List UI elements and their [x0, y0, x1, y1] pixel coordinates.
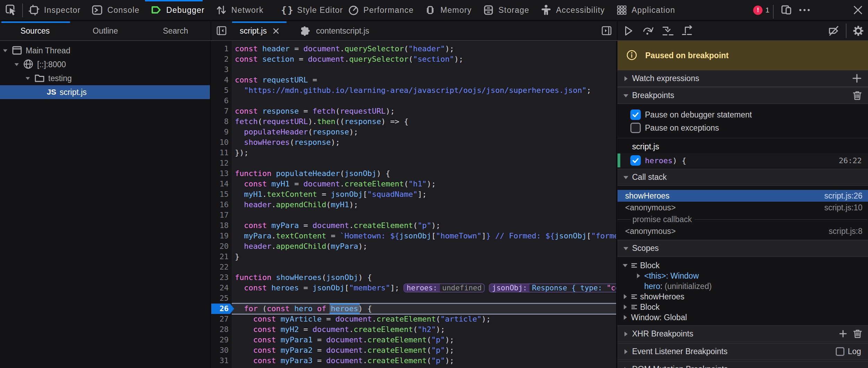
toolbox-tab-storage[interactable]: Storage: [477, 0, 535, 20]
line-number[interactable]: 19: [211, 231, 232, 241]
tree-item--8000[interactable]: [::]:8000: [0, 58, 210, 71]
tree-item-script.js[interactable]: JSscript.js: [0, 85, 210, 99]
call-stack-frame[interactable]: <anonymous>script.js:8: [618, 225, 868, 237]
checkbox-checked[interactable]: [630, 155, 641, 166]
line-number[interactable]: 9: [211, 127, 232, 137]
line-number[interactable]: 20: [211, 241, 232, 252]
ignore-breakpoints-button[interactable]: [824, 21, 844, 40]
line-number[interactable]: 5: [211, 85, 232, 96]
line-number[interactable]: 12: [211, 158, 232, 168]
expand-panes-button[interactable]: [597, 21, 617, 40]
line-number[interactable]: 11: [211, 148, 232, 158]
twisty-collapsed-icon[interactable]: [622, 304, 628, 310]
twisty-collapsed-icon[interactable]: [622, 294, 628, 299]
line-number[interactable]: 10: [211, 137, 232, 148]
scope-row[interactable]: Block: [618, 260, 868, 271]
twisty-expanded-icon[interactable]: [14, 62, 19, 67]
line-number[interactable]: 31: [211, 356, 232, 366]
line-number[interactable]: 25: [211, 293, 232, 304]
call-stack-frame[interactable]: showHeroesscript.js:26: [618, 190, 868, 202]
line-number[interactable]: 6: [211, 96, 232, 106]
checkbox-unchecked[interactable]: [836, 347, 844, 356]
line-number[interactable]: 8: [211, 116, 232, 127]
error-count[interactable]: 1: [765, 6, 769, 14]
add-watch-expression-button[interactable]: [852, 73, 862, 84]
toolbox-tab-network[interactable]: Network: [210, 0, 269, 20]
panel-tab-sources[interactable]: Sources: [0, 21, 70, 40]
step-out-button[interactable]: [678, 21, 697, 40]
line-number[interactable]: 21: [211, 252, 232, 262]
toolbox-tab-inspector[interactable]: Inspector: [23, 0, 86, 20]
watch-expressions-header[interactable]: Watch expressions: [618, 70, 868, 87]
line-number[interactable]: 1: [211, 44, 232, 54]
source-tab-contentscript.js[interactable]: contentscript.js: [287, 21, 376, 40]
close-devtools-button[interactable]: [849, 0, 867, 20]
source-tab-script.js[interactable]: script.js: [232, 21, 287, 40]
panel-tab-search[interactable]: Search: [141, 21, 211, 40]
scope-row[interactable]: hero: (uninitialized): [618, 281, 868, 291]
scope-row[interactable]: Block: [618, 302, 868, 312]
step-over-button[interactable]: [639, 21, 658, 40]
scope-row[interactable]: <this>: Window: [618, 271, 868, 281]
event-listener-breakpoints-header[interactable]: Event Listener Breakpoints Log: [618, 343, 868, 360]
add-xhr-breakpoint-button[interactable]: [839, 330, 848, 339]
twisty-collapsed-icon[interactable]: [635, 273, 641, 279]
line-number[interactable]: 2: [211, 54, 232, 64]
twisty-expanded-icon[interactable]: [3, 49, 8, 53]
resume-button[interactable]: [620, 21, 639, 40]
toolbox-tab-debugger[interactable]: Debugger: [145, 0, 210, 20]
toolbox-tab-accessibility[interactable]: Accessibility: [535, 0, 611, 20]
inline-preview-pill[interactable]: jsonObj:Response { type: "co: [489, 283, 617, 292]
collapse-sources-panel-button[interactable]: [211, 21, 232, 40]
responsive-design-mode-button[interactable]: [777, 0, 795, 20]
remove-breakpoints-button[interactable]: [852, 90, 862, 101]
call-stack-header[interactable]: Call stack: [618, 169, 868, 186]
line-number[interactable]: 4: [211, 75, 232, 85]
dom-mutation-breakpoints-header[interactable]: DOM Mutation Breakpoints: [618, 361, 868, 368]
twisty-expanded-icon[interactable]: [25, 76, 30, 80]
line-number[interactable]: 7: [211, 106, 232, 116]
line-number[interactable]: 17: [211, 210, 232, 220]
close-tab-icon[interactable]: [272, 27, 280, 35]
toolbox-meatball-menu-button[interactable]: [795, 0, 814, 20]
breakpoint-item[interactable]: heroes) {26:22: [618, 154, 868, 167]
log-event-checkbox[interactable]: Log: [836, 347, 862, 356]
line-number[interactable]: 26: [211, 304, 232, 314]
line-number[interactable]: 24: [211, 283, 232, 293]
line-number[interactable]: 22: [211, 262, 232, 272]
toolbox-tab-performance[interactable]: Performance: [342, 0, 419, 20]
line-number[interactable]: 32: [211, 366, 232, 368]
debugger-settings-button[interactable]: [849, 21, 868, 40]
breakpoint-option[interactable]: Pause on exceptions: [618, 121, 868, 134]
scope-row[interactable]: showHeroes: [618, 291, 868, 302]
error-badge-icon[interactable]: !: [753, 6, 763, 15]
node-picker-button[interactable]: [0, 0, 22, 20]
line-number[interactable]: 27: [211, 314, 232, 324]
scopes-header[interactable]: Scopes: [618, 240, 868, 257]
panel-tab-outline[interactable]: Outline: [70, 21, 140, 40]
line-number[interactable]: 23: [211, 272, 232, 283]
line-number[interactable]: 18: [211, 220, 232, 231]
scope-row[interactable]: Window: Global: [618, 312, 868, 323]
line-number[interactable]: 29: [211, 335, 232, 345]
line-number[interactable]: 14: [211, 179, 232, 189]
line-number[interactable]: 28: [211, 324, 232, 335]
toolbox-tab-styleeditor[interactable]: {}Style Editor: [275, 0, 349, 20]
line-number[interactable]: 3: [211, 64, 232, 75]
inline-preview-pill[interactable]: heroes:undefined: [403, 283, 485, 292]
breakpoint-option[interactable]: Pause on debugger statement: [618, 108, 868, 121]
tree-item-main-thread[interactable]: Main Thread: [0, 44, 210, 58]
toolbox-tab-memory[interactable]: Memory: [419, 0, 477, 20]
remove-xhr-breakpoints-button[interactable]: [853, 329, 862, 339]
step-in-button[interactable]: [658, 21, 678, 40]
checkbox-unchecked[interactable]: [630, 123, 641, 133]
line-number[interactable]: 13: [211, 168, 232, 179]
twisty-expanded-icon[interactable]: [622, 263, 628, 268]
toolbox-tab-console[interactable]: Console: [86, 0, 145, 20]
toolbox-tab-application[interactable]: Application: [611, 0, 681, 20]
xhr-breakpoints-header[interactable]: XHR Breakpoints: [618, 325, 868, 342]
line-number[interactable]: 16: [211, 200, 232, 210]
twisty-collapsed-icon[interactable]: [622, 315, 628, 320]
line-number[interactable]: 15: [211, 189, 232, 200]
tree-item-testing[interactable]: testing: [0, 71, 210, 85]
